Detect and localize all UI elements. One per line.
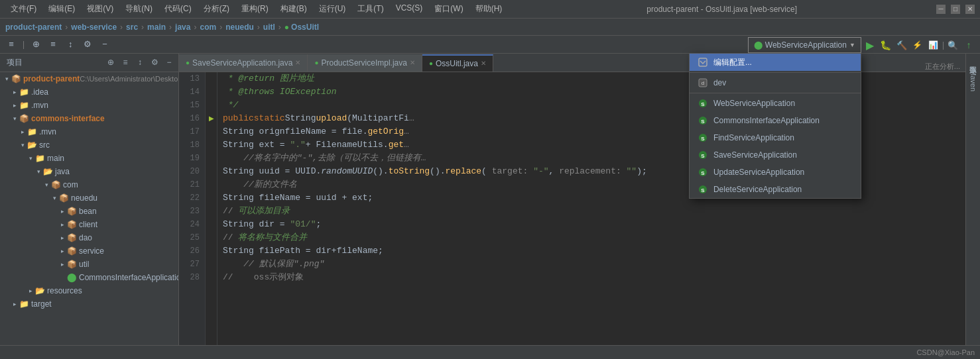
code-line-26: String filePath = dir+fileName;	[223, 244, 960, 258]
menu-item-r[interactable]: 重构(R)	[236, 2, 274, 16]
settings-btn[interactable]: ⚙	[80, 37, 95, 52]
tree-node-bean[interactable]: ▸📦bean	[0, 205, 178, 218]
menu-item-b[interactable]: 构建(B)	[275, 2, 312, 16]
tree-node-src[interactable]: ▾📂src	[0, 138, 178, 152]
breadcrumb-main[interactable]: main	[147, 23, 166, 32]
code-line-25a: // 将名称与文件合并	[223, 231, 960, 244]
menu-item-vcss[interactable]: VCS(S)	[391, 2, 428, 16]
tab-label-save: SaveServiceApplication.java	[192, 58, 292, 68]
run-gutter-icon[interactable]: ▶	[209, 115, 214, 122]
tree-node-service[interactable]: ▸📦service	[0, 244, 178, 258]
tree-node-resources[interactable]: ▸📂resources	[0, 284, 178, 297]
project-panel-btn[interactable]: ≡	[4, 37, 19, 52]
tree-icon-idea: 📁	[19, 87, 29, 97]
sidebar-close-btn[interactable]: −	[162, 56, 176, 69]
menu-item-u[interactable]: 运行(U)	[314, 2, 351, 16]
tab-ProductServiceImpl[interactable]: ● ProductServiceImpl.java ✕	[308, 54, 422, 72]
build-button[interactable]: 🔨	[894, 38, 909, 52]
minimize-button[interactable]: ─	[936, 5, 946, 14]
svg-rect-0	[699, 58, 707, 66]
breadcrumb-neuedu[interactable]: neuedu	[225, 23, 254, 32]
tree-node-CommonsInterfaceApplication[interactable]: ⬤CommonsInterfaceApplicatic	[0, 271, 178, 284]
menu-item-w[interactable]: 窗口(W)	[429, 2, 468, 16]
tree-label-util: util	[79, 260, 89, 269]
tree-node-dao[interactable]: ▸📦dao	[0, 231, 178, 244]
tree-label-java: java	[55, 167, 70, 176]
sync-btn[interactable]: ⊕	[29, 37, 43, 52]
tab-SaveServiceApplication[interactable]: ● SaveServiceApplication.java ✕	[179, 54, 308, 72]
update-button[interactable]: ↑	[961, 38, 976, 52]
window-controls[interactable]: ─ □ ✕	[936, 5, 975, 14]
code-line-28: // oss示例对象	[223, 271, 960, 284]
debug-button[interactable]: 🐛	[879, 38, 893, 52]
breadcrumb-src[interactable]: src	[126, 23, 138, 32]
menu-item-f[interactable]: 文件(F)	[5, 2, 42, 16]
svg-text:d: d	[702, 80, 704, 86]
dropdown-label-CommonsInterfaceApplication: CommonsInterfaceApplication	[713, 116, 820, 125]
coverage-button[interactable]: ⚡	[910, 38, 925, 52]
menu-item-t[interactable]: 工具(T)	[352, 2, 389, 16]
menu-item-c[interactable]: 代码(C)	[159, 2, 197, 16]
dropdown-item-edit-config[interactable]: 编辑配置...	[690, 54, 861, 71]
close-button[interactable]: ✕	[965, 5, 975, 14]
maven-panel-btn[interactable]: Maven	[968, 66, 979, 95]
collapse-all-btn[interactable]: ≡	[46, 37, 60, 52]
breadcrumb-web-service[interactable]: web-service	[71, 23, 117, 32]
database-panel-btn[interactable]: 数据库	[967, 56, 979, 64]
dropdown-item-UpdateServiceApplication[interactable]: SUpdateServiceApplication	[690, 164, 861, 181]
tab-OssUitl[interactable]: ● OssUitl.java ✕	[422, 54, 493, 72]
tree-node-com[interactable]: ▾📦com	[0, 178, 178, 191]
dropdown-item-dev[interactable]: ddev	[690, 74, 861, 91]
minimize-panel-btn[interactable]: −	[97, 37, 112, 52]
tree-node-neuedu[interactable]: ▾📦neuedu	[0, 191, 178, 205]
tree-node-main[interactable]: ▾📁main	[0, 152, 178, 165]
tree-node-commons-interface[interactable]: ▾📦commons-interface	[0, 112, 178, 125]
tree-node-idea[interactable]: ▸📁.idea	[0, 85, 178, 99]
tree-node-product-parent[interactable]: ▾📦product-parent C:\Users\Administrator\…	[0, 72, 178, 85]
tab-icon-oss: ●	[429, 60, 433, 67]
menu-item-v[interactable]: 视图(V)	[82, 2, 119, 16]
sidebar-add-btn[interactable]: ⊕	[104, 56, 117, 69]
dropdown-item-CommonsInterfaceApplication[interactable]: SCommonsInterfaceApplication	[690, 112, 861, 129]
tree-node-java[interactable]: ▾📂java	[0, 165, 178, 178]
sidebar-align-btn[interactable]: ≡	[119, 56, 132, 69]
breadcrumb-com[interactable]: com	[200, 23, 216, 32]
dropdown-label-edit-config: 编辑配置...	[713, 57, 752, 68]
breadcrumb-java[interactable]: java	[175, 23, 190, 32]
tree-node-mvn2[interactable]: ▸📁.mvn	[0, 125, 178, 138]
breadcrumb-class[interactable]: OssUitl	[291, 23, 319, 32]
sort-btn[interactable]: ↕	[63, 37, 78, 52]
tree-label-client: client	[79, 220, 97, 229]
dropdown-separator	[690, 72, 861, 73]
tab-close-oss[interactable]: ✕	[481, 60, 486, 67]
menu-item-z[interactable]: 分析(Z)	[198, 2, 235, 16]
sidebar-settings-btn[interactable]: ⚙	[148, 56, 161, 69]
menu-item-h[interactable]: 帮助(H)	[470, 2, 508, 16]
menu-item-n[interactable]: 导航(N)	[120, 2, 158, 16]
tab-close-save[interactable]: ✕	[295, 59, 300, 66]
window-title: product-parent - OssUitl.java [web-servi…	[646, 5, 797, 14]
run-config-selector[interactable]: ⬤ WebServiceApplication ▼	[748, 37, 861, 53]
breadcrumb-product-parent[interactable]: product-parent	[5, 23, 62, 32]
menu-item-e[interactable]: 编辑(E)	[43, 2, 80, 16]
menu-items[interactable]: 文件(F)编辑(E)视图(V)导航(N)代码(C)分析(Z)重构(R)构建(B)…	[5, 2, 507, 16]
menu-bar[interactable]: 文件(F)编辑(E)视图(V)导航(N)代码(C)分析(Z)重构(R)构建(B)…	[5, 2, 507, 16]
tree-label-bean: bean	[79, 207, 97, 216]
sidebar-collapse-btn[interactable]: ↕	[133, 56, 147, 69]
tree-node-mvn1[interactable]: ▸📁.mvn	[0, 99, 178, 112]
run-config-label: WebServiceApplication	[765, 40, 847, 50]
dropdown-item-FindServiceApplication[interactable]: SFindServiceApplication	[690, 129, 861, 146]
tab-close-product[interactable]: ✕	[410, 59, 415, 66]
tree-node-target[interactable]: ▸📁target	[0, 297, 178, 311]
dropdown-item-SaveServiceApplication[interactable]: SSaveServiceApplication	[690, 146, 861, 164]
tree-icon-resources: 📂	[34, 285, 45, 296]
maximize-button[interactable]: □	[951, 5, 960, 14]
breadcrumb-uitl[interactable]: uitl	[263, 23, 275, 32]
search-button[interactable]: 🔍	[946, 38, 960, 52]
dropdown-item-WebServiceApplication[interactable]: SWebServiceApplication	[690, 95, 861, 112]
tree-node-util[interactable]: ▸📦util	[0, 258, 178, 271]
profiler-button[interactable]: 📊	[926, 38, 941, 52]
tree-node-client[interactable]: ▸📦client	[0, 218, 178, 231]
dropdown-item-DeleteServiceApplication[interactable]: SDeleteServiceApplication	[690, 181, 861, 198]
run-button[interactable]: ▶	[863, 38, 877, 52]
